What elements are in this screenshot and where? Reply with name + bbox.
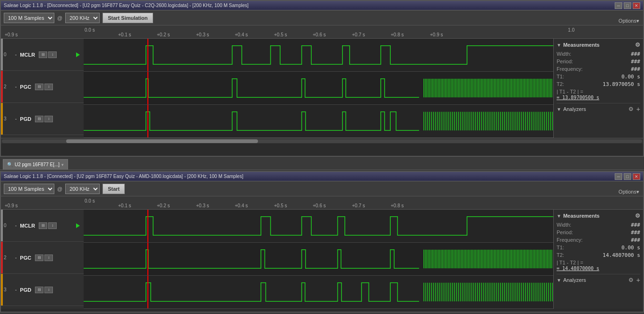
- minimize-btn-1[interactable]: ─: [615, 2, 622, 9]
- anal-triangle-1: ▼: [557, 107, 561, 112]
- ch0-name-1: MCLR: [20, 52, 35, 58]
- ruler-t1: +0.1 s: [118, 32, 131, 37]
- cursor-pgd-1: [147, 105, 148, 137]
- waveform-svg-pgd-2: [84, 276, 553, 308]
- channel-row-pgc-1: 2 - PGC ⊟ ↕: [1, 71, 84, 103]
- anal-add-btn-2[interactable]: +: [636, 276, 640, 284]
- ch3-num-1: 3: [4, 116, 13, 121]
- meas-settings-icon-2[interactable]: ⚙: [635, 212, 640, 219]
- ch0-ctrl-1b[interactable]: ↕: [48, 51, 57, 58]
- ch2-controls-1: ⊟ ↕: [35, 84, 53, 90]
- samples-select-2[interactable]: 100 M Samples: [4, 184, 54, 194]
- ch0-ctrl-2b[interactable]: ↕: [48, 222, 57, 229]
- channel-labels-1: 0 - MCLR ⊟ ↕ 2 - PGC ⊟ ↕: [1, 39, 84, 138]
- ch2-ctrl-1a[interactable]: ⊟: [35, 84, 43, 90]
- ch0-ctrl-2a[interactable]: ⊟: [39, 222, 47, 229]
- title-bar-2: Saleae Logic 1.1.8 - [Connected] - [U2 p…: [1, 172, 643, 181]
- anal-add-btn-1[interactable]: +: [636, 105, 640, 113]
- meas-diff-label-1: | T1 - T2 | =: [557, 89, 640, 94]
- ch3-ctrl-2a[interactable]: ⊟: [35, 287, 43, 293]
- analyzers-section-2: ▼ Analyzers ⚙ +: [557, 274, 640, 284]
- scrollbar-1[interactable]: [1, 138, 643, 144]
- ch2-ctrl-1b[interactable]: ↕: [44, 84, 53, 90]
- freq-select-2[interactable]: 200 KHz: [65, 184, 100, 194]
- meas-settings-icon-1[interactable]: ⚙: [635, 42, 640, 48]
- cursor-mclr-2: [147, 210, 148, 242]
- channel-row-pgd-2: 3 - PGD ⊟ ↕: [1, 274, 84, 306]
- meas-diff-val-2: = 14.48070000 s: [557, 266, 640, 271]
- cursor-pgc-2: [147, 243, 148, 275]
- scroll-thumb-1[interactable]: [66, 139, 258, 143]
- anal-settings-icon-2[interactable]: ⚙: [628, 277, 634, 283]
- meas-triangle-1: ▼: [557, 42, 561, 48]
- meas-width-val-2: ###: [631, 222, 640, 228]
- waveform-pgc-2: [84, 243, 553, 276]
- ch0-play-2[interactable]: [76, 223, 80, 228]
- meas-t2-row-1: T2: 13.8970050 s: [557, 81, 640, 87]
- ruler-1: 0.0 s +0.9 s +0.1 s +0.2 s +0.3 s +0.4 s…: [1, 25, 643, 39]
- ruler-2: 0.0 s +0.9 s +0.1 s +0.2 s +0.3 s +0.4 s…: [1, 196, 643, 210]
- meas-freq-label-1: Frequency:: [557, 66, 583, 72]
- ch2-num-1: 2: [4, 84, 13, 89]
- ruler-end-1: 1.0: [568, 27, 575, 33]
- ruler-t7: +0.7 s: [352, 32, 365, 37]
- ch0-play-1[interactable]: [76, 52, 80, 57]
- ch0-num-2: 0: [4, 223, 13, 228]
- meas-period-row-1: Period: ###: [557, 59, 640, 65]
- anal-settings-icon-1[interactable]: ⚙: [628, 106, 634, 112]
- start-simulation-button[interactable]: Start Simulation: [103, 13, 153, 23]
- start-button-2[interactable]: Start: [103, 184, 125, 194]
- waveform-display-1[interactable]: [84, 39, 553, 138]
- meas-title-1: Measurements: [563, 42, 600, 48]
- waveform-pgc-1: [84, 72, 553, 105]
- samples-select-1[interactable]: 100 M Samples: [4, 13, 54, 23]
- meas-period-label-1: Period:: [557, 59, 573, 65]
- waveform-display-2[interactable]: [84, 210, 553, 309]
- close-btn-2[interactable]: ✕: [633, 173, 640, 180]
- meas-width-row-1: Width: ###: [557, 51, 640, 57]
- at-label-1: @: [57, 15, 62, 21]
- channel-row-pgc-2: 2 - PGC ⊟ ↕: [1, 242, 84, 274]
- minimize-btn-2[interactable]: ─: [615, 173, 622, 180]
- meas-freq-label-2: Frequency:: [557, 237, 583, 243]
- ch2-name-1: PGC: [20, 84, 31, 90]
- title-bar-controls-1: ─ □ ✕: [615, 2, 640, 9]
- meas-diff-val-1: = 13.89700500 s: [557, 95, 640, 100]
- ch0-ctrl-1a[interactable]: ⊟: [39, 51, 47, 58]
- waveform-svg-pgd-1: [84, 105, 553, 137]
- ruler2-t1: +0.1 s: [118, 203, 131, 208]
- ch2-ctrl-2a[interactable]: ⊟: [35, 255, 43, 261]
- tab-1[interactable]: 🔍 U2 pgm 16F877 E[...] ▾: [3, 159, 68, 170]
- meas-t1-label-2: T1:: [557, 245, 564, 251]
- maximize-btn-2[interactable]: □: [624, 173, 631, 180]
- ch0-num-1: 0: [4, 52, 13, 57]
- tab-arrow-icon[interactable]: ▾: [61, 162, 64, 167]
- ruler-t3: +0.3 s: [196, 32, 209, 37]
- scroll-track-1[interactable]: [2, 139, 642, 143]
- meas-period-label-2: Period:: [557, 229, 573, 236]
- channel-row-mclr-1: 0 - MCLR ⊟ ↕: [1, 39, 84, 71]
- anal-title-2: Analyzers: [563, 277, 586, 283]
- options-btn-1[interactable]: Options▾: [618, 18, 639, 24]
- measurements-panel-1: ▼ Measurements ⚙ Width: ### Period: ### …: [553, 39, 643, 138]
- close-btn-1[interactable]: ✕: [633, 2, 640, 9]
- ch3-ctrl-1b[interactable]: ↕: [44, 116, 53, 122]
- meas-t1-val-2: 0.00 s: [621, 245, 640, 251]
- ruler2-t2: +0.2 s: [157, 203, 170, 208]
- meas-t2-val-2: 14.4807000 s: [603, 252, 640, 258]
- freq-select-1[interactable]: 200 KHz: [65, 13, 100, 23]
- maximize-btn-1[interactable]: □: [624, 2, 631, 9]
- ch2-num-2: 2: [4, 255, 13, 260]
- ch3-ctrl-1a[interactable]: ⊟: [35, 116, 43, 122]
- ch3-ctrl-2: ⊟ ↕: [35, 287, 53, 293]
- ch2-ctrl-2b[interactable]: ↕: [44, 255, 53, 261]
- ruler-t4: +0.4 s: [235, 32, 248, 37]
- meas-period-val-2: ###: [631, 229, 640, 236]
- meas-t2-row-2: T2: 14.4807000 s: [557, 252, 640, 258]
- ruler-pretick-2: +0.9 s: [5, 203, 18, 208]
- ch2-ctrl-2: ⊟ ↕: [35, 255, 53, 261]
- anal-title-1: Analyzers: [563, 106, 586, 112]
- waveform-svg-mclr-2: [84, 210, 553, 242]
- options-btn-2[interactable]: Options▾: [618, 189, 639, 195]
- ch3-ctrl-2b[interactable]: ↕: [44, 287, 53, 293]
